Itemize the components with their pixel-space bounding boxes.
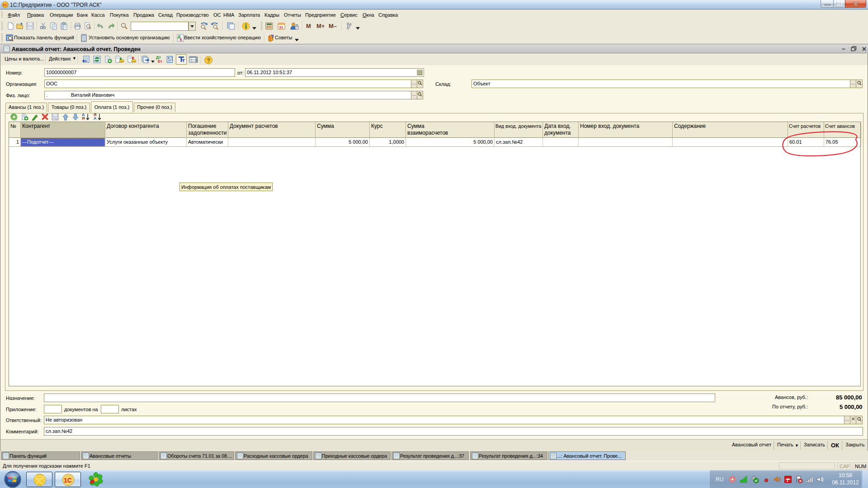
svg-text:ГОК: ГОК [53, 118, 57, 121]
svg-text:?: ? [207, 57, 210, 64]
svg-text:?: ? [271, 34, 274, 39]
svg-text:31: 31 [279, 25, 283, 29]
svg-text:1С: 1С [3, 3, 8, 7]
svg-text:К: К [180, 38, 183, 42]
svg-text:1С: 1С [64, 477, 72, 484]
